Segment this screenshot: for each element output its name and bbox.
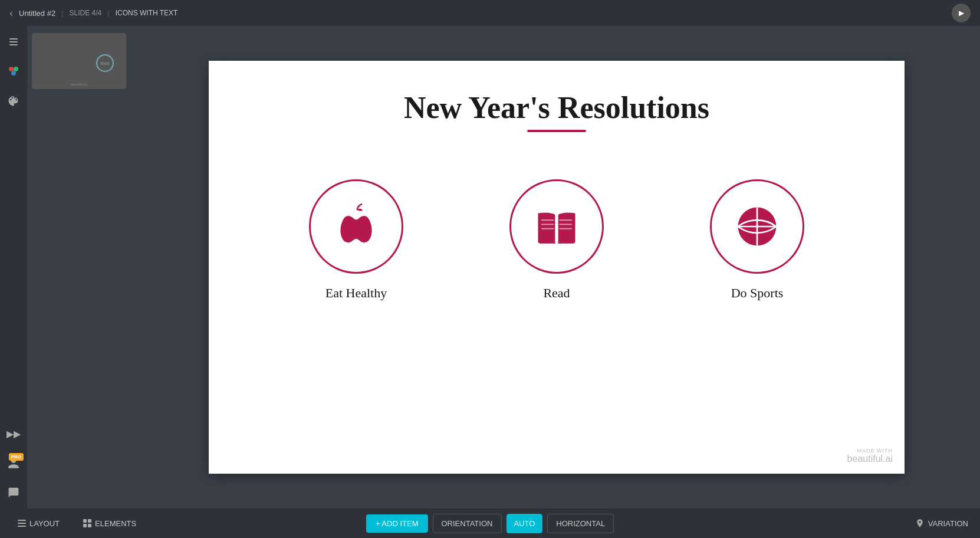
svg-point-2 bbox=[11, 71, 16, 76]
layout-name: ICONS WITH TEXT bbox=[116, 9, 178, 17]
auto-label: AUTO bbox=[514, 519, 535, 528]
add-item-button[interactable]: + ADD ITEM bbox=[366, 514, 428, 533]
eat-healthy-label: Eat Healthy bbox=[325, 286, 387, 301]
pro-badge: PRO bbox=[9, 453, 24, 461]
icons-row: Eat Healthy bbox=[309, 179, 804, 301]
add-item-label: + ADD ITEM bbox=[376, 519, 419, 528]
elements-label: ELEMENTS bbox=[95, 519, 136, 528]
eat-healthy-circle bbox=[309, 179, 403, 274]
top-bar: ‹ Untitled #2 | SLIDE 4/4 | ICONS WITH T… bbox=[0, 0, 980, 26]
play-button[interactable]: ▶ bbox=[952, 4, 971, 22]
svg-point-1 bbox=[14, 67, 18, 71]
svg-point-0 bbox=[9, 67, 14, 71]
read-label: Read bbox=[543, 286, 570, 301]
doc-title[interactable]: Untitled #2 bbox=[19, 9, 55, 18]
auto-button[interactable]: AUTO bbox=[506, 514, 542, 533]
separator-2: | bbox=[107, 9, 109, 18]
canvas-area: New Year's Resolutions bbox=[133, 26, 980, 509]
watermark: MADE WITH beautiful.ai bbox=[847, 448, 893, 464]
basketball-icon bbox=[731, 200, 784, 253]
horizontal-label: HORIZONTAL bbox=[556, 519, 605, 528]
top-bar-left: ‹ Untitled #2 | SLIDE 4/4 | ICONS WITH T… bbox=[9, 7, 177, 19]
back-button[interactable]: ‹ bbox=[9, 7, 13, 19]
elements-button[interactable]: ELEMENTS bbox=[77, 516, 142, 532]
toolbar-left: LAYOUT ELEMENTS bbox=[12, 516, 142, 532]
top-bar-right: ▶ bbox=[952, 4, 971, 22]
toolbar-right[interactable]: VARIATION bbox=[915, 519, 968, 528]
svg-rect-3 bbox=[555, 214, 558, 243]
orientation-label: ORIENTATION bbox=[441, 519, 492, 528]
layout-icon bbox=[18, 520, 26, 527]
slide-title[interactable]: New Year's Resolutions bbox=[404, 90, 709, 125]
slide-canvas[interactable]: New Year's Resolutions bbox=[209, 61, 905, 474]
watermark-made-text: MADE WITH bbox=[847, 448, 893, 454]
layout-button[interactable]: LAYOUT bbox=[12, 516, 65, 532]
sidebar-palette-icon[interactable] bbox=[5, 92, 22, 110]
layout-label: LAYOUT bbox=[29, 519, 60, 528]
read-item[interactable]: Read bbox=[509, 179, 604, 301]
sidebar-menu-icon[interactable] bbox=[5, 33, 22, 51]
apple-icon bbox=[330, 200, 383, 253]
pro-user-icon[interactable]: PRO bbox=[5, 454, 22, 472]
elements-icon bbox=[83, 519, 91, 527]
orientation-button[interactable]: ORIENTATION bbox=[432, 514, 501, 533]
eat-healthy-item[interactable]: Eat Healthy bbox=[309, 179, 403, 301]
toolbar-center: + ADD ITEM ORIENTATION AUTO HORIZONTAL bbox=[366, 514, 614, 533]
bottom-toolbar: LAYOUT ELEMENTS + ADD ITEM ORIENTATION A… bbox=[0, 509, 980, 538]
thumbnail-watermark: beautiful.ai bbox=[70, 83, 87, 86]
slide-thumbnail[interactable]: End beautiful.ai bbox=[32, 33, 126, 89]
horizontal-button[interactable]: HORIZONTAL bbox=[547, 514, 614, 533]
sidebar-colors-icon[interactable] bbox=[5, 63, 22, 80]
left-sidebar: ▶▶ PRO bbox=[0, 26, 27, 509]
slide-info: SLIDE 4/4 bbox=[70, 9, 102, 17]
book-icon bbox=[530, 200, 583, 253]
do-sports-item[interactable]: Do Sports bbox=[710, 179, 804, 301]
watermark-brand-text: beautiful.ai bbox=[847, 454, 893, 464]
location-icon bbox=[915, 519, 925, 528]
title-underline bbox=[527, 130, 586, 132]
separator-1: | bbox=[61, 9, 63, 18]
do-sports-label: Do Sports bbox=[731, 286, 784, 301]
chat-icon[interactable] bbox=[5, 484, 22, 501]
thumbnail-end-circle: End bbox=[96, 54, 114, 72]
do-sports-circle bbox=[710, 179, 804, 274]
variation-label: VARIATION bbox=[928, 519, 968, 528]
main-area: ▶▶ PRO End beautiful.ai New Y bbox=[0, 26, 980, 509]
sidebar-forward-icon[interactable]: ▶▶ bbox=[5, 425, 22, 442]
read-circle bbox=[509, 179, 604, 274]
slide-panel: End beautiful.ai bbox=[27, 26, 133, 509]
